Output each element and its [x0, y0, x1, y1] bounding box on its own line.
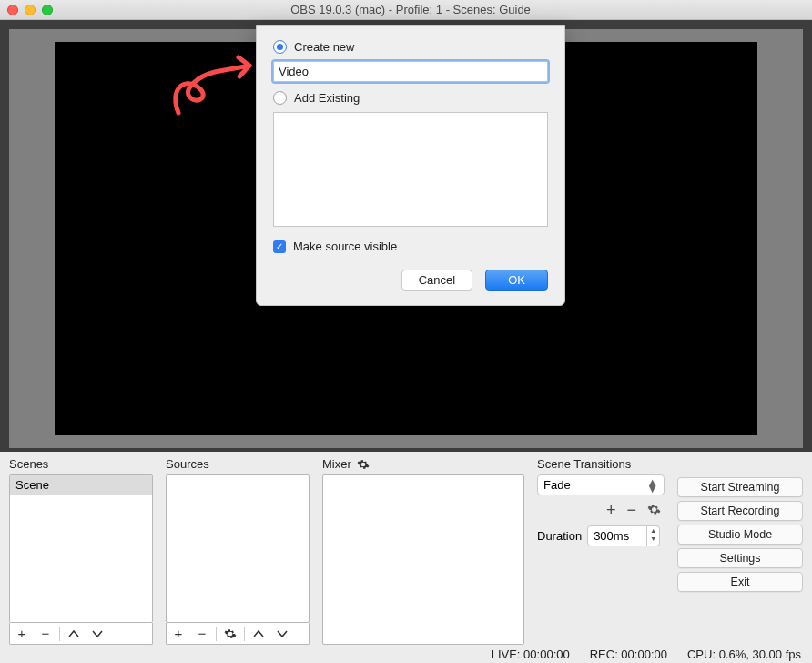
scenes-title: Scenes	[9, 457, 153, 474]
toolbar-separator	[59, 627, 60, 641]
sources-toolbar: + −	[166, 623, 310, 645]
create-new-option[interactable]: Create new	[273, 40, 548, 54]
remove-source-button[interactable]: −	[190, 623, 214, 644]
sources-title: Sources	[166, 457, 310, 474]
scene-item[interactable]: Scene	[10, 475, 152, 495]
duration-stepper[interactable]: 300ms ▲▼	[587, 525, 660, 546]
status-rec: REC: 00:00:00	[590, 648, 667, 661]
duration-row: Duration 300ms ▲▼	[537, 525, 665, 546]
toolbar-separator	[244, 627, 245, 641]
move-scene-up-button[interactable]	[62, 623, 86, 644]
transitions-panel: Scene Transitions Fade ▲▼ + − Duration 3…	[537, 457, 665, 645]
remove-scene-button[interactable]: −	[34, 623, 57, 644]
window-titlebar: OBS 19.0.3 (mac) - Profile: 1 - Scenes: …	[0, 0, 812, 20]
add-transition-button[interactable]: +	[606, 501, 616, 520]
radio-unchecked-icon[interactable]	[273, 91, 287, 105]
duration-value[interactable]: 300ms	[587, 525, 647, 546]
scenes-list[interactable]: Scene	[9, 474, 153, 623]
existing-sources-list[interactable]	[273, 112, 548, 227]
status-cpu: CPU: 0.6%, 30.00 fps	[687, 648, 801, 661]
source-properties-button[interactable]	[218, 623, 242, 644]
duration-step-buttons[interactable]: ▲▼	[647, 525, 660, 546]
move-source-up-button[interactable]	[247, 623, 270, 644]
add-existing-option[interactable]: Add Existing	[273, 91, 548, 105]
cancel-button[interactable]: Cancel	[401, 270, 472, 291]
bottom-panels: Scenes Scene + − Sources + −	[0, 452, 812, 645]
checkbox-checked-icon[interactable]: ✓	[273, 240, 286, 253]
transition-select[interactable]: Fade ▲▼	[537, 474, 665, 495]
scenes-panel: Scenes Scene + −	[9, 457, 153, 645]
add-source-button[interactable]: +	[167, 623, 190, 644]
mixer-box[interactable]	[322, 474, 524, 645]
scenes-toolbar: + −	[9, 623, 153, 645]
remove-transition-button[interactable]: −	[626, 501, 636, 520]
mixer-title: Mixer	[322, 457, 524, 474]
dialog-buttons: Cancel OK	[273, 270, 548, 291]
settings-button[interactable]: Settings	[677, 548, 803, 568]
control-buttons: Start Streaming Start Recording Studio M…	[677, 457, 803, 645]
mixer-label: Mixer	[322, 457, 351, 471]
start-streaming-button[interactable]: Start Streaming	[677, 477, 803, 497]
move-scene-down-button[interactable]	[86, 623, 109, 644]
exit-button[interactable]: Exit	[677, 572, 803, 592]
create-new-label: Create new	[294, 40, 354, 54]
radio-checked-icon[interactable]	[273, 40, 287, 54]
transition-properties-button[interactable]	[647, 503, 661, 519]
start-recording-button[interactable]: Start Recording	[677, 501, 803, 521]
add-scene-button[interactable]: +	[10, 623, 34, 644]
mixer-settings-icon[interactable]	[357, 458, 370, 471]
make-visible-checkbox-row[interactable]: ✓ Make source visible	[273, 240, 548, 253]
status-bar: LIVE: 00:00:00 REC: 00:00:00 CPU: 0.6%, …	[0, 645, 812, 663]
ok-button[interactable]: OK	[485, 270, 548, 291]
mixer-panel: Mixer	[322, 457, 524, 645]
toolbar-separator	[216, 627, 217, 641]
status-live: LIVE: 00:00:00	[492, 648, 570, 661]
transitions-title: Scene Transitions	[537, 457, 665, 474]
select-stepper-icon: ▲▼	[646, 479, 658, 492]
transition-controls: + −	[537, 495, 665, 525]
make-visible-label: Make source visible	[293, 240, 397, 253]
add-existing-label: Add Existing	[294, 91, 360, 105]
create-source-dialog: Create new Add Existing ✓ Make source vi…	[256, 25, 565, 306]
sources-list[interactable]	[166, 474, 310, 623]
move-source-down-button[interactable]	[270, 623, 294, 644]
studio-mode-button[interactable]: Studio Mode	[677, 525, 803, 545]
window-title: OBS 19.0.3 (mac) - Profile: 1 - Scenes: …	[16, 3, 805, 16]
gear-icon	[224, 627, 237, 640]
transition-selected: Fade	[543, 478, 571, 492]
duration-label: Duration	[537, 529, 582, 543]
sources-panel: Sources + −	[166, 457, 310, 645]
source-name-input[interactable]	[273, 61, 548, 82]
